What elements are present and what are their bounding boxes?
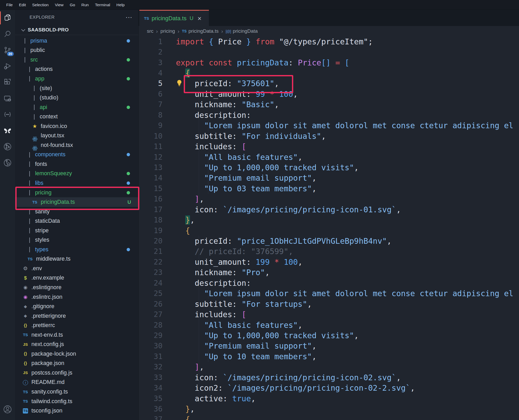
- tree-item-pricingdata.ts[interactable]: TSpricingData.tsU: [15, 197, 138, 207]
- code-line-24[interactable]: 24 description:: [139, 278, 519, 288]
- code-line-2[interactable]: 2: [139, 47, 519, 57]
- run-debug-icon[interactable]: [0, 58, 15, 74]
- code-line-3[interactable]: 3export const pricingData: Price[] = [: [139, 57, 519, 68]
- code-line-28[interactable]: 28 "All basic features",: [139, 320, 519, 330]
- code-line-13[interactable]: 13 "Up to 1,000,000 tracked visits",: [139, 162, 519, 173]
- explorer-more-actions-icon[interactable]: ···: [126, 15, 133, 21]
- menu-item-selection[interactable]: Selection: [29, 3, 52, 7]
- tree-item-next-env.d.ts[interactable]: TSnext-env.d.ts: [15, 330, 138, 340]
- code-line-37[interactable]: 37 {: [139, 414, 519, 420]
- tree-item-package-lock.json[interactable]: {}package-lock.json: [15, 349, 138, 359]
- menu-item-terminal[interactable]: Terminal: [92, 3, 113, 7]
- git-graph-icon[interactable]: [0, 139, 15, 155]
- menu-item-help[interactable]: Help: [113, 3, 128, 7]
- code-line-11[interactable]: 11 includes: [: [139, 141, 519, 152]
- menu-item-view[interactable]: View: [52, 3, 66, 7]
- code-line-26[interactable]: 26 subtitle: "For startups",: [139, 299, 519, 309]
- tree-item-public[interactable]: public: [15, 46, 138, 55]
- code-line-12[interactable]: 12 "All basic features",: [139, 152, 519, 162]
- code-line-25[interactable]: 25 "Lorem ipsum dolor sit amet dolorol m…: [139, 288, 519, 299]
- code-line-32[interactable]: 32 ],: [139, 362, 519, 372]
- tree-item-actions[interactable]: actions: [15, 65, 138, 74]
- code-line-6[interactable]: 6 unit_amount: 99 * 100,: [139, 89, 519, 99]
- tree-item-middleware.ts[interactable]: TSmiddleware.ts: [15, 254, 138, 264]
- tree-item-readme.md[interactable]: iREADME.md: [15, 378, 138, 387]
- source-control-icon[interactable]: 20: [0, 42, 15, 58]
- close-icon[interactable]: ×: [197, 16, 201, 21]
- tree-item-.prettierignore[interactable]: ◆.prettierignore: [15, 311, 138, 321]
- tree-item-libs[interactable]: libs: [15, 178, 138, 188]
- tree-item-favicon.ico[interactable]: ★favicon.ico: [15, 121, 138, 131]
- tree-item-.prettierrc[interactable]: {}.prettierrc: [15, 321, 138, 330]
- tree-item-sanity.config.ts[interactable]: TSsanity.config.ts: [15, 387, 138, 397]
- tree-item-.eslintrc.json[interactable]: ◉.eslintrc.json: [15, 292, 138, 302]
- menu-item-file[interactable]: File: [3, 3, 16, 7]
- tree-item-tailwind.config.ts[interactable]: TStailwind.config.ts: [15, 397, 138, 406]
- tree-item-src[interactable]: src: [15, 55, 138, 65]
- code-line-8[interactable]: 8 description:: [139, 110, 519, 120]
- menu-item-run[interactable]: Run: [78, 3, 92, 7]
- git-search-icon[interactable]: [0, 155, 15, 171]
- code-line-19[interactable]: 19 {: [139, 225, 519, 236]
- search-icon[interactable]: [0, 26, 15, 42]
- remote-explorer-icon[interactable]: [0, 90, 15, 106]
- code-line-36[interactable]: 36 },: [139, 404, 519, 414]
- tree-item-not-found.tsx[interactable]: not-found.tsx: [15, 140, 138, 150]
- tree-item-api[interactable]: api: [15, 103, 138, 112]
- breadcrumb-item[interactable]: src: [147, 28, 153, 34]
- tree-item-postcss.config.js[interactable]: JSpostcss.config.js: [15, 368, 138, 378]
- tree-item-next.config.js[interactable]: JSnext.config.js: [15, 340, 138, 349]
- code-line-4[interactable]: 4 {: [139, 68, 519, 78]
- tree-item-app[interactable]: app: [15, 74, 138, 84]
- breadcrumb-item[interactable]: pricing: [160, 28, 175, 34]
- butterfly-extension-icon[interactable]: [0, 123, 15, 139]
- tree-item-types[interactable]: types: [15, 245, 138, 254]
- breadcrumb-item[interactable]: pricingData: [233, 28, 258, 34]
- explorer-icon[interactable]: [0, 10, 15, 26]
- tree-item-staticdata[interactable]: staticData: [15, 216, 138, 226]
- code-line-35[interactable]: 35 active: true,: [139, 393, 519, 404]
- tree-item-stripe[interactable]: stripe: [15, 226, 138, 235]
- code-line-7[interactable]: 7 nickname: "Basic",: [139, 99, 519, 110]
- tree-item-tsconfig.json[interactable]: TStsconfig.json: [15, 406, 138, 416]
- code-line-17[interactable]: 17 icon: `/images/pricing/pricing-icon-0…: [139, 204, 519, 215]
- account-icon[interactable]: [0, 401, 15, 417]
- braces-extension-icon[interactable]: [0, 106, 15, 123]
- tree-item-prisma[interactable]: prisma: [15, 36, 138, 46]
- code-line-16[interactable]: 16 ],: [139, 194, 519, 204]
- tree-item-.eslintignore[interactable]: ◉.eslintignore: [15, 283, 138, 292]
- code-line-5[interactable]: 5 priceId: "375601",: [139, 78, 519, 89]
- tree-item-layout.tsx[interactable]: layout.tsx: [15, 131, 138, 140]
- tree-item-.gitignore[interactable]: ◆.gitignore: [15, 302, 138, 311]
- code-line-29[interactable]: 29 "Up to 1,000,000 tracked visits",: [139, 330, 519, 341]
- code-line-34[interactable]: 34 icon2: `/images/pricing/pricing-icon-…: [139, 383, 519, 393]
- tree-item-context[interactable]: context: [15, 112, 138, 121]
- tree-item-pricing[interactable]: pricing: [15, 188, 138, 198]
- code-line-1[interactable]: 1import { Price } from "@/types/priceIte…: [139, 36, 519, 47]
- code-line-22[interactable]: 22 unit_amount: 199 * 100,: [139, 257, 519, 267]
- code-line-33[interactable]: 33 icon: `/images/pricing/pricing-icon-0…: [139, 372, 519, 383]
- tree-item-styles[interactable]: styles: [15, 235, 138, 245]
- code-line-20[interactable]: 20 priceId: "price_1ObHcJLtGdPVhGLeBp9hB…: [139, 236, 519, 246]
- tree-item-.env[interactable]: ⚙.env: [15, 264, 138, 273]
- tree-item-sanity[interactable]: sanity: [15, 207, 138, 216]
- project-root[interactable]: SAASBOLD-PRO: [15, 25, 138, 35]
- code-line-31[interactable]: 31 "Up to 10 team members",: [139, 351, 519, 362]
- code-line-21[interactable]: 21 // priceId: "376599",: [139, 246, 519, 257]
- tab-pricingdata[interactable]: TS pricingData.ts U ×: [139, 10, 209, 26]
- tree-item-studio[interactable]: (studio): [15, 93, 138, 103]
- code-line-14[interactable]: 14 "Premium email support",: [139, 173, 519, 183]
- tree-item-.env.example[interactable]: $.env.example: [15, 273, 138, 283]
- tree-item-lemonsqueezy[interactable]: lemonSqueezy: [15, 169, 138, 179]
- menu-item-go[interactable]: Go: [67, 3, 78, 7]
- tree-item-site[interactable]: (site): [15, 84, 138, 93]
- breadcrumb-item[interactable]: pricingData.ts: [188, 28, 218, 34]
- code-line-15[interactable]: 15 "Up to 03 team members",: [139, 183, 519, 194]
- menu-item-edit[interactable]: Edit: [16, 3, 29, 7]
- extensions-icon[interactable]: [0, 74, 15, 90]
- tree-item-package.json[interactable]: {}package.json: [15, 359, 138, 368]
- code-line-27[interactable]: 27 includes: [: [139, 309, 519, 320]
- lightbulb-icon[interactable]: [176, 79, 183, 89]
- code-line-23[interactable]: 23 nickname: "Pro",: [139, 267, 519, 278]
- code-line-10[interactable]: 10 subtitle: "For individuals",: [139, 131, 519, 141]
